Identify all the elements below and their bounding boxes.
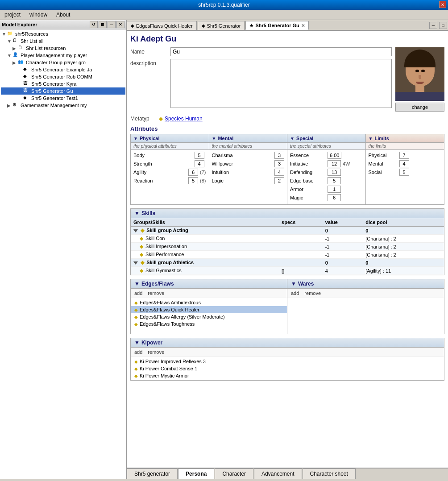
skills-table: Groups/Skills specs value dice pool ◆ Sk… (131, 218, 444, 275)
tree-label: Shr5 Generator Rob COMM (31, 74, 92, 79)
limits-desc: the limits (366, 143, 444, 150)
skill-group-icon: ◆ (141, 228, 144, 233)
panel-icon-btn-2[interactable]: ⊞ (99, 21, 107, 28)
list-item-ambidextrous[interactable]: ◆ Edges&Flaws Ambidextrous (131, 299, 287, 306)
tree-label: Shr5 Generator Test1 (31, 95, 78, 101)
skill-specs-con (279, 235, 323, 243)
menu-window[interactable]: window (27, 11, 50, 19)
bottom-tab-character[interactable]: Character (215, 469, 253, 479)
special-name-essence: Essence (290, 153, 326, 158)
menu-project[interactable]: project (2, 11, 23, 19)
attr-row-body: Body 5 (133, 152, 206, 159)
tree-item-shrlistresourcen[interactable]: ▶ 🗒 Shr List resourcen (1, 45, 125, 52)
bottom-tab-advancement[interactable]: Advancement (254, 469, 302, 479)
metatype-icon-diamond: ◆ (159, 116, 163, 122)
skill-row-gymnastics[interactable]: ◆ Skill Gymnastics [] 4 [Agility] : 11 (131, 267, 444, 275)
limit-name-physical: Physical (369, 153, 398, 158)
tree-item-chargroup[interactable]: ▶ 👥 Character Group player gro (1, 59, 125, 66)
col-groups-skills: Groups/Skills (131, 218, 279, 227)
wares-add[interactable]: add (291, 290, 299, 296)
avatar-section: change (395, 47, 444, 112)
expand-icon: ▼ (7, 39, 12, 44)
metatype-link[interactable]: Species Human (165, 116, 203, 122)
col-value: value (323, 218, 363, 227)
wares-remove[interactable]: remove (304, 290, 321, 296)
special-header: ▼ Special (287, 134, 365, 143)
list-item-toughness[interactable]: ◆ Edges&Flaws Toughness (131, 320, 287, 328)
special-name-edgebase: Edge base (290, 178, 326, 183)
edges-flaws-add[interactable]: add (134, 290, 142, 296)
skill-row-con[interactable]: ◆ Skill Con -1 [Charisma] : 2 (131, 235, 444, 243)
tab-close-icon[interactable]: ✕ (301, 23, 305, 28)
kipower-add[interactable]: add (134, 349, 142, 355)
description-input[interactable] (170, 59, 392, 108)
skill-row-impersonation[interactable]: ◆ Skill Impersonation -1 [Charisma] : 2 (131, 243, 444, 251)
change-avatar-button[interactable]: change (395, 103, 444, 112)
content-area: Ki Adept Gu Name description (127, 31, 448, 468)
tab-label: Shr5 Generator (207, 23, 241, 29)
skill-specs-gymnastics: [] (279, 267, 323, 275)
panel-minimize-btn[interactable]: ─ (108, 21, 116, 28)
skill-row-performance[interactable]: ◆ Skill Performance -1 [Charisma] : 2 (131, 251, 444, 259)
tab-bar-min[interactable]: ─ (429, 22, 437, 29)
skill-name-performance: ◆ Skill Performance (131, 251, 279, 259)
mental-rows: Charisma 3 Willpower 3 Intuition 4 (209, 150, 287, 187)
tab-edgesflaws[interactable]: ◆ EdgesFlaws Quick Healer (127, 21, 197, 30)
panel-icon-btn-1[interactable]: ↺ (90, 21, 98, 28)
skill-group-athletics[interactable]: ◆ Skill group Athletics 0 0 (131, 259, 444, 267)
skill-group-athletics-value: 0 (323, 259, 363, 267)
attr-name-charisma: Charisma (212, 153, 273, 158)
attr-row-charisma: Charisma 3 (212, 152, 285, 159)
tree-item-gen-ja[interactable]: ◆ Shr5 Generator Example Ja (1, 66, 125, 73)
kipower-item-reflexes[interactable]: ◆ Ki Power Improved Reflexes 3 (131, 358, 444, 365)
special-row-initiative: Initiative 12 4W (290, 160, 363, 167)
close-button[interactable]: ✕ (439, 1, 446, 8)
bottom-tab-shr5generator[interactable]: Shr5 generator (127, 469, 178, 479)
tab-shr5generator[interactable]: ◆ Shr5 Generator (198, 21, 245, 30)
kipower-item-mysticarmor[interactable]: ◆ Ki Power Mystic Armor (131, 372, 444, 379)
special-val-initiative: 12 (328, 160, 341, 167)
kipower-remove[interactable]: remove (148, 349, 164, 355)
kipower-label: Kipower (141, 340, 162, 346)
skills-header-row: Groups/Skills specs value dice pool (131, 218, 444, 227)
list-item-quickhealer[interactable]: ◆ Edges&Flaws Quick Healer (131, 306, 287, 313)
attr-val-body: 5 (195, 152, 204, 159)
expand-icon: ▼ (2, 32, 7, 37)
wares-section: ▼ Wares add remove (287, 279, 444, 334)
limits-arrow: ▼ (369, 136, 373, 141)
bottom-tab-charsheet[interactable]: Character sheet (303, 469, 356, 479)
expand-athletics-icon (133, 261, 138, 265)
tree-item-gen-rob[interactable]: ◆ Shr5 Generator Rob COMM (1, 73, 125, 80)
metatype-label: Metatyp (130, 116, 157, 122)
limit-rows: Physical 7 Mental 4 Social 5 (366, 150, 444, 179)
model-explorer-title: Model Explorer (2, 22, 37, 27)
panel-close-btn[interactable]: ✕ (116, 21, 124, 28)
physical-column: ▼ Physical the physical attributes Body … (131, 134, 209, 204)
skill-group-acting[interactable]: ◆ Skill group Acting 0 0 (131, 227, 444, 235)
menu-about[interactable]: About (54, 11, 73, 19)
physical-arrow: ▼ (133, 136, 138, 141)
name-input[interactable] (170, 47, 392, 56)
mouth (416, 82, 424, 84)
tree-item-shrlistall[interactable]: ▼ 🗒 Shr List all (1, 37, 125, 45)
attr-name-reaction: Reaction (133, 178, 187, 183)
desc-field-row: description (130, 59, 392, 109)
tab-bar-max[interactable]: □ (439, 22, 447, 29)
kipower-item-combatsense[interactable]: ◆ Ki Power Combat Sense 1 (131, 365, 444, 372)
edges-flaws-remove[interactable]: remove (148, 290, 164, 296)
edges-flaws-header: ▼ Edges/Flaws (131, 279, 287, 289)
attr-name-body: Body (133, 153, 193, 158)
list-item-allergy[interactable]: ◆ Edges&Flaws Allergy (Silver Moderate) (131, 313, 287, 320)
tree-item-gen-kyra[interactable]: 🖼 Shr5 Generator Kyra (1, 80, 125, 87)
tree-item-gen-test1[interactable]: ◆ Shr5 Generator Test1 (1, 95, 125, 102)
tree-item-gen-gu[interactable]: 🖼 Shr5 Generator Gu (1, 87, 125, 95)
limit-row-mental: Mental 4 (369, 160, 442, 167)
tab-shr5gen-gu[interactable]: ★ Shr5 Generator Gu ✕ (245, 21, 308, 30)
special-row-armor: Armor 1 (290, 186, 363, 193)
tree-item-shrresources[interactable]: ▼ 📁 shr5Resources (1, 30, 125, 37)
tree-item-gamemaster[interactable]: ▶ ⚙ Gamemaster Management my (1, 102, 125, 109)
tree-item-playermanagement[interactable]: ▼ 👤 Player Management my player (1, 52, 125, 59)
skills-title-bar: ▼ Skills (131, 209, 444, 218)
bottom-tab-persona[interactable]: Persona (178, 469, 214, 479)
tree-label: Character Group player gro (26, 60, 86, 65)
